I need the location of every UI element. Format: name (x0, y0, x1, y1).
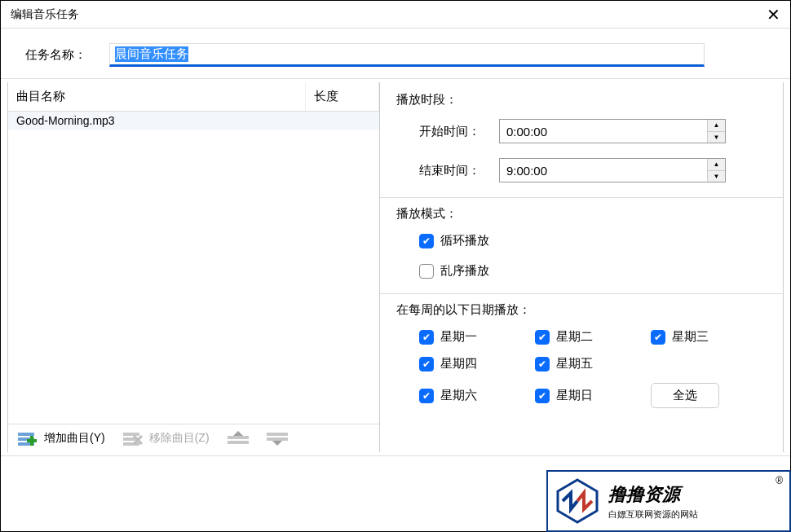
remove-icon (123, 431, 144, 446)
watermark: 撸撸资源 白嫖互联网资源的网站 ® (546, 470, 791, 532)
shuffle-checkbox[interactable] (419, 264, 434, 279)
track-name-cell: Good-Morning.mp3 (16, 114, 306, 127)
watermark-logo-icon (555, 478, 600, 524)
add-icon (18, 431, 39, 446)
svg-rect-0 (18, 433, 34, 436)
sun-checkbox[interactable]: ✔ (535, 389, 550, 403)
table-row[interactable]: Good-Morning.mp3 (8, 112, 379, 130)
shuffle-label: 乱序播放 (440, 263, 489, 279)
end-time-label: 结束时间： (419, 163, 493, 178)
weekdays-label: 在每周的以下日期播放： (396, 302, 767, 318)
close-icon[interactable]: ✕ (767, 5, 780, 24)
task-name-input[interactable] (109, 43, 705, 67)
end-time-field[interactable] (500, 159, 707, 182)
svg-rect-10 (228, 436, 249, 439)
select-all-button[interactable]: 全选 (651, 383, 719, 408)
svg-rect-7 (123, 442, 139, 446)
mon-label: 星期一 (440, 329, 477, 345)
start-time-field[interactable] (500, 120, 707, 143)
wed-checkbox[interactable]: ✔ (651, 330, 665, 345)
move-up-button (224, 429, 252, 447)
play-period-label: 播放时段： (396, 92, 767, 108)
add-track-button[interactable]: 增加曲目(Y) (15, 429, 108, 447)
loop-label: 循环播放 (440, 233, 489, 248)
task-name-label: 任务名称： (25, 47, 86, 63)
col-track-length[interactable]: 长度 (306, 82, 379, 111)
arrow-down-icon (267, 431, 288, 446)
loop-checkbox[interactable]: ✔ (419, 234, 434, 248)
remove-track-button: 移除曲目(Z) (120, 429, 213, 447)
watermark-subtitle: 白嫖互联网资源的网站 (608, 508, 698, 521)
end-down-icon[interactable]: ▼ (708, 171, 725, 182)
end-up-icon[interactable]: ▲ (708, 159, 725, 171)
svg-rect-13 (267, 433, 288, 436)
svg-rect-5 (123, 433, 139, 436)
arrow-up-icon (228, 431, 249, 446)
sun-label: 星期日 (556, 388, 593, 403)
start-time-label: 开始时间： (419, 124, 493, 139)
start-time-input[interactable]: ▲ ▼ (499, 119, 726, 143)
col-track-name[interactable]: 曲目名称 (8, 82, 306, 111)
svg-rect-4 (27, 439, 37, 442)
sat-checkbox[interactable]: ✔ (419, 389, 434, 403)
svg-rect-11 (228, 441, 249, 444)
fri-label: 星期五 (556, 356, 593, 372)
svg-marker-15 (272, 441, 282, 446)
fri-checkbox[interactable]: ✔ (535, 357, 550, 372)
svg-marker-12 (233, 431, 243, 436)
start-up-icon[interactable]: ▲ (708, 120, 725, 132)
mon-checkbox[interactable]: ✔ (419, 330, 434, 345)
svg-rect-14 (267, 437, 288, 441)
start-down-icon[interactable]: ▼ (708, 132, 725, 143)
end-time-input[interactable]: ▲ ▼ (499, 158, 726, 182)
tue-label: 星期二 (556, 329, 593, 345)
sat-label: 星期六 (440, 388, 477, 403)
track-table-body[interactable]: Good-Morning.mp3 (8, 112, 379, 424)
thu-checkbox[interactable]: ✔ (419, 357, 434, 372)
wed-label: 星期三 (672, 329, 709, 345)
play-mode-label: 播放模式： (396, 206, 767, 222)
watermark-title: 撸撸资源 (608, 482, 698, 507)
window-title: 编辑音乐任务 (11, 7, 79, 22)
move-down-button (263, 429, 291, 447)
thu-label: 星期四 (440, 356, 477, 372)
watermark-reg: ® (776, 475, 783, 486)
track-table-header: 曲目名称 长度 (8, 82, 379, 112)
tue-checkbox[interactable]: ✔ (535, 330, 550, 345)
